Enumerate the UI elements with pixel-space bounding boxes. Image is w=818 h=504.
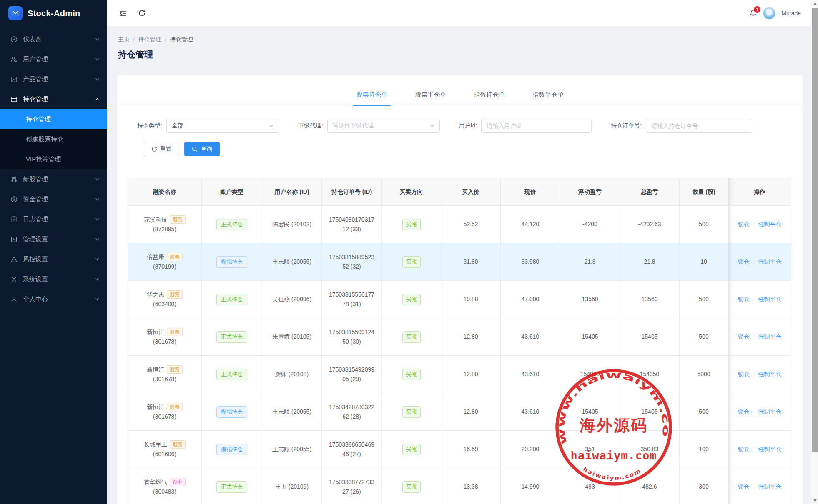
filter-agent: 下级代理: 请选择下级代理 [298, 119, 440, 133]
stock-type-tag: 股票 [167, 253, 183, 261]
scrollbar-thumb[interactable] [812, 8, 818, 452]
vertical-scrollbar[interactable] [811, 0, 818, 504]
floating-pl: -4200 [582, 221, 597, 227]
lock-position-link[interactable]: 锁仓 [738, 294, 750, 304]
reset-button[interactable]: 重置 [144, 142, 179, 156]
avatar[interactable] [763, 7, 775, 20]
force-close-link[interactable]: 强制平仓 [758, 257, 782, 266]
notification-bell-icon[interactable]: 1 [749, 9, 757, 17]
order-number: 1750381550912450 (30) [324, 327, 379, 346]
chevron-down-icon [95, 297, 100, 302]
stock-name: 首华燃气 [144, 477, 167, 487]
table-cell: 15405 [560, 318, 620, 356]
table-cell: 1750408017031712 (33) [322, 206, 382, 243]
sidebar-item[interactable]: 风控设置 [0, 249, 107, 269]
table-cell: 350.83 [620, 431, 680, 468]
action-divider [754, 409, 754, 414]
sidebar-item[interactable]: 新股管理 [0, 169, 107, 189]
refresh-icon[interactable] [138, 9, 146, 17]
lock-position-link[interactable]: 锁仓 [738, 407, 750, 416]
total-pl: 350.83 [641, 446, 659, 452]
stock-code: (601606) [130, 449, 199, 459]
menu-fold-icon[interactable] [119, 9, 127, 17]
table-row: 花溪科技股票(872895)正式持仓陈宏民 (20102)17504080170… [128, 206, 791, 243]
sidebar-item-label: 系统设置 [23, 275, 48, 283]
table-cell: 12.80 [441, 318, 501, 356]
sidebar-subitem[interactable]: VIP抢筹管理 [0, 149, 107, 169]
table-cell: 500 [680, 318, 728, 356]
force-close-link[interactable]: 强制平仓 [758, 369, 782, 379]
sidebar-subitem[interactable]: 创建股票持仓 [0, 129, 107, 149]
table-cell: 陈宏民 (20102) [262, 206, 322, 243]
table-cell: 482.6 [620, 468, 680, 504]
tab-item[interactable]: 指数平仓单 [529, 91, 567, 106]
sidebar-item[interactable]: 管理设置 [0, 229, 107, 249]
sidebar-item[interactable]: 仪表盘 [0, 29, 107, 49]
agent-select[interactable]: 请选择下级代理 [327, 119, 440, 133]
force-close-link[interactable]: 强制平仓 [758, 294, 782, 304]
lock-position-link[interactable]: 锁仓 [738, 257, 750, 266]
sidebar-item[interactable]: 日志管理 [0, 209, 107, 229]
account-type-tag: 正式持仓 [216, 481, 247, 493]
position-type-select[interactable]: 全部 [166, 119, 279, 133]
column-header: 数量 (股) [680, 178, 728, 206]
force-close-link[interactable]: 强制平仓 [758, 332, 782, 341]
table-cell: 10 [680, 243, 728, 281]
table-cell: 43.610 [501, 393, 560, 431]
current-price: 33.980 [522, 258, 539, 265]
table-cell: 15405 [620, 318, 680, 356]
lock-position-link[interactable]: 锁仓 [738, 332, 750, 341]
sidebar-subitem-active[interactable]: 持仓管理 [0, 109, 107, 129]
table-cell: 长城军工股票(601606) [128, 431, 202, 468]
sidebar-item[interactable]: 持仓管理 [0, 89, 107, 109]
direction-tag: 买涨 [402, 369, 421, 380]
sidebar-item[interactable]: 个人中心 [0, 289, 107, 309]
force-close-link[interactable]: 强制平仓 [758, 482, 782, 491]
table-cell: 正式持仓 [202, 356, 262, 393]
username[interactable]: Mitrade [781, 10, 801, 17]
column-header: 操作 [728, 178, 791, 206]
notification-badge: 1 [754, 6, 760, 13]
lock-position-link[interactable]: 锁仓 [738, 444, 750, 454]
force-close-link[interactable]: 强制平仓 [758, 444, 782, 454]
column-header: 持仓订单号 (ID) [322, 178, 382, 206]
lock-position-link[interactable]: 锁仓 [738, 369, 750, 379]
quantity: 100 [699, 446, 708, 452]
tab-item[interactable]: 股票平仓单 [412, 91, 449, 106]
user-name: 陈宏民 (20102) [272, 221, 311, 227]
table-cell: 新恒汇股票(301678) [128, 356, 202, 393]
user-management-icon [10, 56, 18, 63]
table-cell: 21.8 [560, 243, 620, 281]
tab-active[interactable]: 股票持仓单 [353, 91, 391, 106]
user-id-input[interactable] [481, 119, 592, 133]
total-pl: 15405 [642, 408, 658, 415]
action-divider [754, 296, 754, 302]
account-type-tag: 模拟持仓 [216, 406, 247, 418]
sidebar-item[interactable]: 系统设置 [0, 269, 107, 289]
floating-pl: 15405 [582, 408, 598, 415]
table-cell: 33.980 [501, 243, 560, 281]
force-close-link[interactable]: 强制平仓 [758, 220, 782, 229]
sidebar-item[interactable]: 资金管理 [0, 189, 107, 209]
force-close-link[interactable]: 强制平仓 [758, 407, 782, 416]
scroll-down-arrow-icon[interactable] [811, 497, 818, 504]
breadcrumb-section[interactable]: 持仓管理 [138, 36, 161, 43]
direction-tag: 买涨 [402, 331, 421, 343]
scroll-up-arrow-icon[interactable] [811, 0, 818, 7]
tab-item[interactable]: 指数持仓单 [470, 91, 508, 106]
table-cell: 锁仓强制平仓 [728, 281, 791, 318]
sidebar-item[interactable]: 用户管理 [0, 49, 107, 69]
order-no-input[interactable] [646, 119, 752, 133]
lock-position-link[interactable]: 锁仓 [738, 482, 750, 491]
breadcrumb-home[interactable]: 主页 [118, 36, 130, 43]
search-button[interactable]: 查询 [184, 142, 220, 156]
sidebar-item[interactable]: 产品管理 [0, 69, 107, 89]
lock-position-link[interactable]: 锁仓 [738, 220, 750, 229]
action-divider [754, 446, 754, 452]
quantity: 500 [699, 333, 708, 340]
table-cell: 47.000 [501, 281, 560, 318]
table-cell: 正式持仓 [202, 206, 262, 243]
quantity: 10 [700, 258, 707, 265]
filter-user-id: 用户Id: [459, 119, 592, 133]
app-logo-icon [8, 6, 23, 20]
